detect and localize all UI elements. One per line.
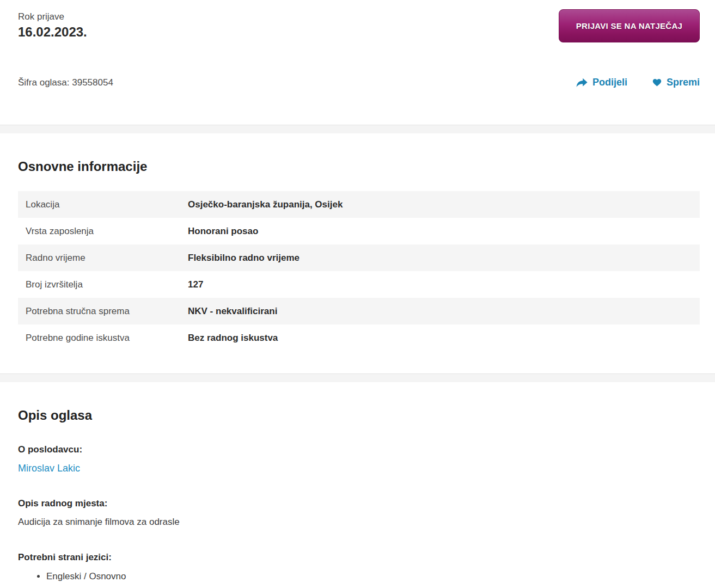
row-label: Potrebne godine iskustva xyxy=(26,333,188,344)
row-label: Vrsta zaposlenja xyxy=(26,226,188,237)
table-row: Radno vrijeme Fleksibilno radno vrijeme xyxy=(18,244,700,271)
row-label: Lokacija xyxy=(26,199,188,210)
table-row: Vrsta zaposlenja Honorani posao xyxy=(18,218,700,244)
share-link[interactable]: Podijeli xyxy=(576,77,627,88)
row-value: NKV - nekvalificirani xyxy=(188,306,277,317)
job-description-label: Opis radnog mjesta: xyxy=(18,497,700,511)
employer-label: O poslodavcu: xyxy=(18,443,700,457)
table-row: Lokacija Osječko-baranjska županija, Osi… xyxy=(18,191,700,218)
row-value: Osječko-baranjska županija, Osijek xyxy=(188,199,343,210)
employer-link[interactable]: Miroslav Lakic xyxy=(18,461,80,475)
save-link[interactable]: Spremi xyxy=(652,77,700,88)
table-row: Potrebne godine iskustva Bez radnog isku… xyxy=(18,324,700,351)
basic-info-title: Osnovne informacije xyxy=(18,159,700,174)
basic-info-section: Osnovne informacije Lokacija Osječko-bar… xyxy=(0,159,715,373)
heart-icon xyxy=(652,78,662,87)
section-divider xyxy=(0,125,715,133)
row-value: 127 xyxy=(188,279,203,290)
ad-description-section: Opis oglasa O poslodavcu: Miroslav Lakic… xyxy=(0,408,715,588)
spacer xyxy=(18,584,700,588)
ad-code: Šifra oglasa: 39558054 xyxy=(18,77,113,88)
row-value: Fleksibilno radno vrijeme xyxy=(188,253,300,264)
basic-info-table: Lokacija Osječko-baranjska županija, Osi… xyxy=(18,191,700,351)
row-label: Broj izvršitelja xyxy=(26,279,188,290)
table-row: Broj izvršitelja 127 xyxy=(18,271,700,298)
row-label: Potrebna stručna sprema xyxy=(26,306,188,317)
row-value: Bez radnog iskustva xyxy=(188,333,278,344)
job-header: Rok prijave 16.02.2023. PRIJAVI SE NA NA… xyxy=(0,0,715,125)
deadline-label: Rok prijave xyxy=(18,11,87,23)
ad-description-title: Opis oglasa xyxy=(18,408,700,423)
job-description-text: Audicija za snimanje filmova za odrasle xyxy=(18,515,700,529)
apply-button[interactable]: PRIJAVI SE NA NATJEČAJ xyxy=(559,9,700,42)
languages-list: Engleski / Osnovno xyxy=(18,569,700,584)
language-item: Engleski / Osnovno xyxy=(46,569,700,584)
ad-code-row: Šifra oglasa: 39558054 Podijeli xyxy=(18,77,700,88)
languages-label: Potrebni strani jezici: xyxy=(18,550,700,565)
table-row: Potrebna stručna sprema NKV - nekvalific… xyxy=(18,298,700,324)
share-link-label: Podijeli xyxy=(592,77,627,88)
save-link-label: Spremi xyxy=(667,77,700,88)
job-ad-page: Rok prijave 16.02.2023. PRIJAVI SE NA NA… xyxy=(0,0,715,588)
application-deadline: Rok prijave 16.02.2023. xyxy=(18,11,87,40)
section-divider xyxy=(0,373,715,382)
row-label: Radno vrijeme xyxy=(26,253,188,264)
deadline-date: 16.02.2023. xyxy=(18,24,87,40)
row-value: Honorani posao xyxy=(188,226,258,237)
spacer xyxy=(18,351,700,373)
share-arrow-icon xyxy=(576,78,588,88)
ad-actions: Podijeli Spremi xyxy=(576,77,700,88)
